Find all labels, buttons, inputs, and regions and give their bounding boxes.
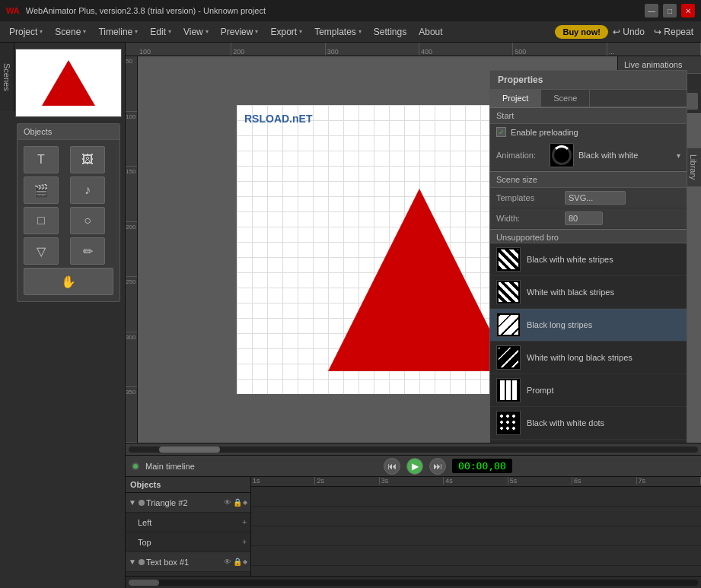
animation-preview-spinner — [552, 145, 572, 165]
list-item-triangle2[interactable]: ▼ Triangle #2 👁 🔒 ◆ — [126, 493, 250, 513]
tl-row-2 — [251, 507, 701, 526]
canvas-triangle[interactable] — [328, 189, 511, 371]
anim-option-bw-stripes[interactable]: Black with white stripes — [490, 243, 687, 276]
fast-forward-button[interactable]: ⏭ — [429, 458, 446, 475]
tl-mark-4s: 4s — [444, 477, 508, 485]
menu-export[interactable]: Export ▾ — [264, 24, 308, 40]
obj-diamond-2: ◆ — [243, 558, 247, 565]
anim-option-wb-dots[interactable]: White with black dots — [490, 440, 687, 443]
timeline-scrollbar[interactable] — [126, 576, 701, 588]
tool-triangle[interactable]: ▽ — [24, 237, 59, 265]
obj-icon-lock2[interactable]: 🔒 — [232, 557, 243, 567]
maximize-button[interactable]: □ — [663, 4, 677, 17]
redo-button[interactable]: ↪ Repeat — [649, 24, 698, 40]
menu-project[interactable]: Project ▾ — [3, 24, 49, 40]
animation-dropdown: Black with white stripes White with blac… — [489, 243, 687, 443]
anim-preview-black-long-stripes — [496, 313, 521, 337]
list-item-left2[interactable]: Left + — [126, 572, 250, 576]
tool-ellipse[interactable]: ○ — [70, 207, 105, 234]
expand-textbox1[interactable]: ▼ — [129, 558, 136, 566]
tl-row-4 — [251, 546, 701, 566]
main-area: Scenes Objects T 🖼 🎬 ♪ □ ○ ▽ ✏ ✋ — [0, 43, 701, 588]
tl-mark-6s: 6s — [572, 477, 636, 485]
anim-preview-bw-dots — [496, 411, 521, 435]
anim-option-wb-stripes[interactable]: White with black stripes — [490, 276, 687, 309]
enable-preloading-checkbox[interactable] — [496, 127, 506, 137]
obj-dot — [139, 500, 145, 506]
minimize-button[interactable]: — — [645, 4, 658, 17]
tl-row-1 — [251, 487, 701, 507]
obj-icon-eye2[interactable]: 👁 — [223, 557, 232, 567]
app-logo: WA — [6, 6, 20, 15]
anim-option-prompt[interactable]: Prompt — [490, 374, 687, 407]
tab-scene[interactable]: Scene — [541, 90, 590, 106]
obj-name-textbox1: Text box #1 — [146, 558, 223, 567]
ruler-mark: 400 — [419, 43, 513, 56]
animation-dropdown-arrow[interactable]: ▾ — [677, 151, 680, 160]
window-buttons: — □ ✕ — [645, 4, 695, 17]
list-item-textbox1[interactable]: ▼ Text box #1 👁 🔒 ◆ — [126, 552, 250, 572]
width-label: Width: — [496, 214, 565, 223]
tl-ruler: 1s 2s 3s 4s 5s 6s 7s — [251, 477, 701, 487]
objects-list: Objects ▼ Triangle #2 👁 🔒 ◆ Left + — [126, 477, 251, 576]
menu-view[interactable]: View ▾ — [177, 24, 215, 40]
menu-scene[interactable]: Scene ▾ — [49, 24, 92, 40]
animation-label: Animation: — [496, 151, 550, 160]
timeline-label: Main timeline — [145, 462, 195, 471]
ruler-mark: 200 — [231, 43, 325, 56]
tool-text[interactable]: T — [24, 146, 59, 173]
tab-project[interactable]: Project — [490, 90, 541, 106]
templates-label: Templates — [496, 193, 565, 202]
menu-edit[interactable]: Edit ▾ — [144, 24, 177, 40]
undo-button[interactable]: ↩ Undo — [608, 24, 649, 40]
tool-rect[interactable]: □ — [24, 207, 59, 234]
horizontal-scrollbar[interactable] — [126, 443, 701, 455]
obj-icon-add-left[interactable]: + — [241, 517, 247, 527]
list-item-top1[interactable]: Top + — [126, 532, 250, 552]
timeline-time: 00:00,00 — [452, 459, 512, 473]
menu-preview[interactable]: Preview ▾ — [215, 24, 265, 40]
menu-templates[interactable]: Templates ▾ — [308, 24, 368, 40]
anim-option-bw-dots[interactable]: Black with white dots — [490, 407, 687, 440]
tool-pen[interactable]: ✏ — [70, 237, 105, 265]
anim-option-black-long-stripes[interactable]: Black long stripes — [490, 309, 687, 342]
properties-title: Properties — [490, 71, 687, 90]
templates-input[interactable] — [565, 191, 626, 205]
tool-audio[interactable]: ♪ — [70, 176, 105, 204]
anim-option-wb-long-stripes[interactable]: White with long black stripes — [490, 342, 687, 374]
list-item-left1[interactable]: Left + — [126, 513, 250, 532]
tl-row-5 — [251, 566, 701, 576]
obj-icon-add-top[interactable]: + — [241, 537, 247, 547]
rewind-button[interactable]: ⏮ — [384, 458, 400, 475]
expand-triangle2[interactable]: ▼ — [129, 498, 136, 507]
anim-name-prompt: Prompt — [527, 386, 553, 395]
anim-name-bw-dots: Black with white dots — [527, 418, 604, 427]
buy-button[interactable]: Buy now! — [555, 25, 608, 39]
templates-row: Templates — [490, 188, 687, 208]
tool-video[interactable]: 🎬 — [24, 176, 59, 204]
width-input[interactable] — [565, 211, 603, 225]
objects-grid: T 🖼 🎬 ♪ □ ○ ▽ ✏ ✋ — [18, 140, 119, 301]
play-button[interactable]: ▶ — [406, 458, 423, 475]
obj-icon-eye[interactable]: 👁 — [223, 497, 232, 507]
anim-name-black-long-stripes: Black long stripes — [527, 320, 592, 329]
library-tab[interactable]: Library — [685, 148, 701, 187]
timeline-controls: Main timeline ⏮ ▶ ⏭ 00:00,00 — [126, 456, 701, 477]
tl-rows — [251, 487, 701, 576]
tool-image[interactable]: 🖼 — [70, 146, 105, 173]
menu-about[interactable]: About — [413, 24, 448, 40]
menu-timeline[interactable]: Timeline ▾ — [92, 24, 144, 40]
h-scroll-thumb[interactable] — [159, 447, 220, 453]
anim-name-wb-long-stripes: White with long black stripes — [527, 353, 632, 362]
animation-preview — [550, 143, 574, 167]
ruler-mark: 100 — [138, 43, 231, 56]
obj-icon-lock[interactable]: 🔒 — [232, 497, 243, 507]
horizontal-ruler: 100 200 300 400 500 ... — [126, 43, 701, 56]
tl-scroll-thumb[interactable] — [129, 580, 159, 586]
close-button[interactable]: ✕ — [681, 4, 695, 17]
anim-preview-prompt — [496, 378, 521, 402]
tl-mark-2s: 2s — [315, 477, 379, 485]
menu-settings[interactable]: Settings — [368, 24, 413, 40]
tool-pointer[interactable]: ✋ — [24, 268, 113, 295]
ruler-mark: 500 — [513, 43, 607, 56]
